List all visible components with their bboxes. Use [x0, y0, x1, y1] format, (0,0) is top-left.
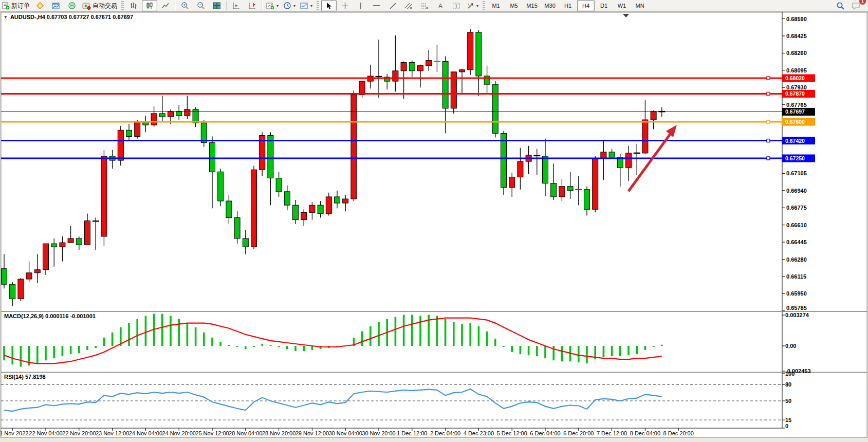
svg-text:0.003274: 0.003274 [785, 312, 809, 318]
crosshair-icon [341, 2, 349, 10]
tile-windows-button[interactable] [209, 0, 225, 11]
sonar-icon [68, 2, 76, 10]
svg-text:2 Dec 04:00: 2 Dec 04:00 [430, 430, 460, 436]
text-label-button[interactable]: T [449, 0, 464, 11]
new-order-button[interactable]: 新订单 [0, 0, 32, 11]
timeframe-m1[interactable]: M1 [487, 0, 505, 11]
svg-text:0.68260: 0.68260 [786, 50, 807, 56]
svg-text:0.65950: 0.65950 [786, 290, 807, 297]
auto-scroll-icon [232, 2, 241, 10]
equidistant-channel-icon: E [404, 2, 413, 10]
svg-text:0.68590: 0.68590 [786, 16, 807, 22]
svg-text:0.66445: 0.66445 [786, 239, 807, 245]
svg-text:0.67765: 0.67765 [786, 102, 807, 108]
market-watch-button[interactable] [32, 0, 48, 11]
auto-scroll-button[interactable] [229, 0, 244, 11]
chart-line-button[interactable] [158, 0, 173, 11]
svg-text:0.67250: 0.67250 [785, 155, 805, 161]
new-order-label: 新订单 [11, 2, 30, 10]
svg-text:0.68425: 0.68425 [786, 33, 807, 39]
templates-button[interactable] [298, 0, 315, 11]
tile-windows-icon [213, 2, 221, 10]
text-button[interactable]: A [433, 0, 448, 11]
svg-text:6 Dec 04:00: 6 Dec 04:00 [530, 430, 560, 436]
svg-text:0.67600: 0.67600 [785, 119, 805, 125]
fibonacci-button[interactable]: F [417, 0, 432, 11]
ohlc-bars-icon [130, 2, 138, 10]
svg-text:0.67420: 0.67420 [785, 138, 805, 144]
toolbar-grip[interactable] [317, 1, 319, 10]
svg-text:21 Nov 2022: 21 Nov 2022 [0, 430, 28, 436]
chart-shift-icon [248, 2, 256, 10]
trendline-button[interactable] [385, 0, 400, 11]
svg-text:0.66940: 0.66940 [786, 188, 807, 194]
svg-text:100: 100 [785, 371, 795, 377]
svg-text:A: A [438, 3, 442, 10]
cursor-icon [325, 2, 333, 10]
fibonacci-icon: F [420, 2, 429, 10]
macd-indicator-label: MACD(12,26,9) 0.000116 -0.001001 [4, 313, 96, 319]
channel-button[interactable]: E [401, 0, 416, 11]
text-a-icon: A [437, 2, 444, 10]
chevron-down-icon[interactable]: ▼ [4, 15, 8, 20]
price-chart[interactable]: 0.685900.684250.682600.680950.679300.677… [0, 0, 868, 442]
svg-text:29 Nov 12:00: 29 Nov 12:00 [296, 430, 329, 436]
timeframe-m30[interactable]: M30 [541, 0, 559, 11]
auto-trading-label: 自动交易 [93, 2, 117, 10]
svg-text:28 Nov 20:00: 28 Nov 20:00 [262, 430, 296, 436]
timeframe-w1[interactable]: W1 [613, 0, 631, 11]
svg-text:0.67105: 0.67105 [786, 170, 807, 176]
chart-window-icon [52, 2, 60, 10]
notification-badge: 1 [859, 0, 866, 5]
svg-text:24 Nov 04:00: 24 Nov 04:00 [129, 430, 162, 436]
horizontal-line-button[interactable] [369, 0, 384, 11]
svg-text:24 Nov 20:00: 24 Nov 20:00 [162, 430, 195, 436]
crosshair-button[interactable] [337, 0, 353, 11]
gold-diamond-icon [36, 2, 44, 10]
timeframe-h1[interactable]: H1 [559, 0, 577, 11]
arrows-button[interactable] [465, 0, 481, 11]
svg-text:0.68095: 0.68095 [786, 67, 807, 73]
vertical-line-button[interactable] [353, 0, 368, 11]
timeframe-d1[interactable]: D1 [595, 0, 613, 11]
timeframe-mn[interactable]: MN [631, 0, 649, 11]
add-indicators-button[interactable] [264, 0, 281, 11]
chart-bars-button[interactable] [126, 0, 141, 11]
toolbar-separator [262, 1, 263, 10]
chart-candles-button[interactable] [142, 0, 157, 11]
svg-text:22 Nov 04:00: 22 Nov 04:00 [29, 430, 62, 436]
svg-text:23 Nov 12:00: 23 Nov 12:00 [96, 430, 129, 436]
svg-text:30 Nov 04:00: 30 Nov 04:00 [328, 430, 362, 436]
toolbar-grip[interactable] [121, 1, 124, 10]
cursor-button[interactable] [321, 0, 337, 11]
svg-text:E: E [410, 7, 412, 10]
svg-text:5 Dec 12:00: 5 Dec 12:00 [497, 430, 527, 436]
candlestick-icon [145, 2, 154, 10]
svg-text:8 Dec 04:00: 8 Dec 04:00 [630, 430, 660, 436]
svg-text:0.68020: 0.68020 [785, 75, 805, 81]
search-button[interactable] [833, 0, 848, 11]
timeframe-h4[interactable]: H4 [577, 0, 595, 11]
timeframe-m15[interactable]: M15 [523, 0, 541, 11]
vertical-line-icon [358, 2, 364, 10]
signals-button[interactable] [64, 0, 80, 11]
svg-text:0: 0 [785, 423, 788, 429]
chart-shift-button[interactable] [245, 0, 260, 11]
svg-text:0.65785: 0.65785 [786, 305, 807, 311]
charts-window-button[interactable] [48, 0, 64, 11]
svg-text:0.67697: 0.67697 [785, 108, 805, 115]
svg-text:0.66280: 0.66280 [786, 256, 807, 263]
zoom-in-button[interactable] [177, 0, 193, 11]
svg-text:80: 80 [785, 381, 791, 388]
toolbar-grip[interactable] [483, 1, 485, 10]
template-icon [300, 2, 308, 10]
svg-text:0.67870: 0.67870 [785, 90, 805, 97]
svg-text:0.66610: 0.66610 [786, 222, 807, 228]
svg-text:6 Dec 20:00: 6 Dec 20:00 [563, 430, 594, 436]
notifications-button[interactable]: 1 [848, 0, 864, 11]
periods-button[interactable] [281, 0, 298, 11]
timeframe-m5[interactable]: M5 [505, 0, 523, 11]
auto-trading-button[interactable]: 自动交易 [80, 0, 119, 11]
zoom-out-button[interactable] [193, 0, 209, 11]
zoom-in-icon [181, 2, 189, 10]
